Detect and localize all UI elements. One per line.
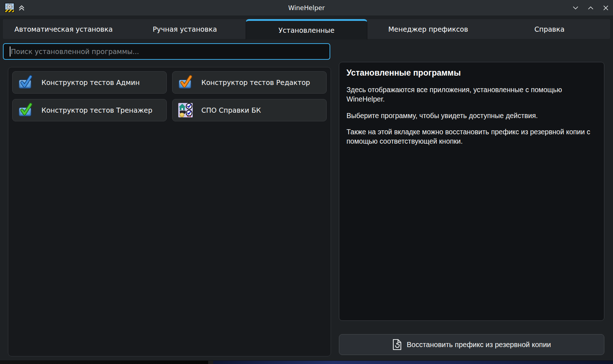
tab-help[interactable]: Справка [489, 19, 610, 39]
window-controls [571, 0, 610, 15]
maximize-button[interactable] [586, 4, 595, 12]
installed-programs-panel: Конструктор тестов Админ Конструктор тес… [8, 67, 331, 356]
restore-backup-document-icon [392, 339, 402, 350]
tab-prefix-manager[interactable]: Менеджер префиксов [367, 19, 489, 39]
program-button-spo-spravki-bk[interactable]: СПО Справки БК [172, 99, 327, 121]
program-label: Конструктор тестов Редактор [201, 78, 310, 86]
tab-manual-install[interactable]: Ручная установка [124, 19, 246, 39]
info-panel-title: Установленные программы [346, 68, 597, 78]
program-button-konstruktor-redaktor[interactable]: Конструктор тестов Редактор [172, 71, 327, 94]
spo-spravki-bk-icon [178, 102, 193, 118]
close-button[interactable] [601, 4, 610, 12]
winehelper-window: WineHelper Автоматическая установка [0, 0, 613, 361]
info-paragraph: Выберите программу, чтобы увидеть доступ… [346, 111, 597, 120]
taskbar-sliver [0, 361, 613, 364]
program-button-konstruktor-trenazher[interactable]: Конструктор тестов Тренажер [12, 99, 167, 121]
checkbox-green-icon [18, 102, 33, 118]
chevron-up-icon [587, 4, 595, 12]
taskbar-dark-segment [0, 361, 208, 364]
tab-bar: Автоматическая установка Ручная установк… [3, 19, 610, 39]
tab-auto-install[interactable]: Автоматическая установка [3, 19, 124, 39]
program-label: СПО Справки БК [201, 106, 261, 114]
window-title: WineHelper [0, 0, 613, 15]
checkbox-orange-icon [178, 75, 193, 90]
restore-prefix-button[interactable]: Восстановить префикс из резервной копии [339, 334, 604, 355]
restore-prefix-button-label: Восстановить префикс из резервной копии [407, 341, 551, 349]
text-caret [10, 46, 10, 57]
close-icon [602, 4, 610, 12]
program-label: Конструктор тестов Админ [41, 78, 140, 86]
taskbar-highlight-segment [213, 361, 613, 364]
minimize-button[interactable] [571, 4, 580, 12]
search-field-wrapper [3, 43, 330, 60]
tab-installed[interactable]: Установленные [246, 19, 368, 40]
info-panel: Установленные программы Здесь отображают… [339, 62, 604, 321]
checkbox-blue-icon [18, 75, 33, 90]
info-paragraph: Здесь отображаются все приложения, устан… [346, 85, 597, 104]
program-label: Конструктор тестов Тренажер [41, 106, 152, 114]
program-button-konstruktor-admin[interactable]: Конструктор тестов Админ [12, 71, 167, 94]
info-paragraph: Также на этой вкладке можно восстановить… [346, 127, 597, 146]
search-input[interactable] [3, 43, 330, 60]
titlebar[interactable]: WineHelper [0, 0, 613, 15]
chevron-down-icon [572, 4, 580, 12]
taskbar-separator [208, 361, 213, 364]
